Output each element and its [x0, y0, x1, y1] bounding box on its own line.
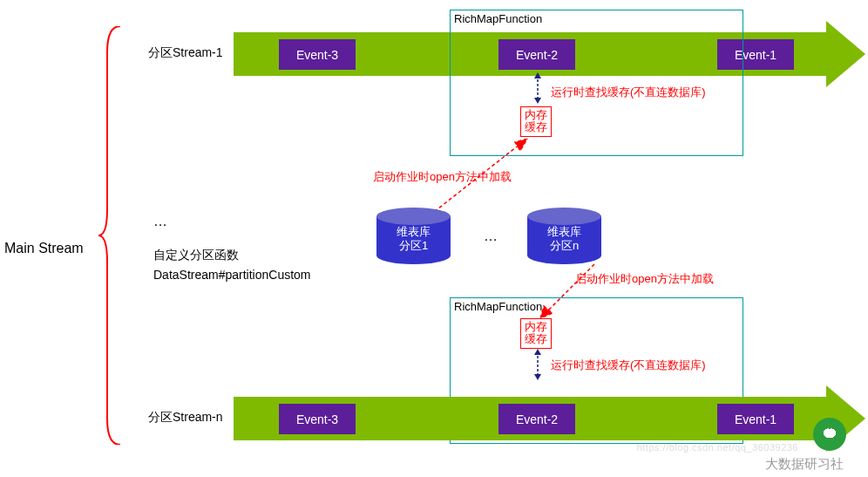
watermark-text: 大数据研习社	[765, 456, 844, 473]
cache-label: 内存 缓存	[525, 108, 547, 133]
dots: …	[153, 214, 167, 229]
db-partition-1: 维表库 分区1	[376, 208, 451, 269]
svg-marker-9	[534, 374, 541, 380]
runtime-note-bottom: 运行时查找缓存(不直连数据库)	[551, 358, 706, 373]
custom-partition-line1: 自定义分区函数	[153, 248, 239, 263]
db-label: 维表库 分区n	[527, 225, 601, 252]
load-arrow-bottom	[540, 259, 601, 320]
db-dots: …	[484, 228, 498, 244]
stream-n-label: 分区Stream-n	[148, 410, 223, 426]
svg-marker-8	[534, 349, 541, 355]
event-box: Event-2	[498, 404, 575, 434]
svg-marker-4	[515, 139, 527, 151]
richmap-box-top	[450, 10, 743, 156]
startup-note-top: 启动作业时open方法中加载	[373, 169, 512, 185]
main-stream-label: Main Stream	[4, 241, 84, 256]
watermark-url: https://blog.csdn.net/qq_36039236	[637, 442, 798, 453]
event-box: Event-3	[279, 39, 356, 70]
startup-note-bottom: 启动作业时open方法中加载	[575, 271, 714, 287]
event-box: Event-1	[717, 404, 794, 434]
svg-marker-2	[534, 98, 541, 104]
db-label: 维表库 分区1	[376, 225, 451, 252]
arrow-head-icon	[826, 21, 865, 87]
event-box: Event-3	[279, 404, 356, 434]
runtime-note-top: 运行时查找缓存(不直连数据库)	[551, 85, 706, 100]
diagram-canvas: Main Stream 分区Stream-1 Event-3 Event-2 E…	[0, 0, 868, 477]
wechat-icon	[813, 418, 846, 451]
bi-arrow-icon	[532, 72, 544, 104]
richmap-label: RichMapFunction	[454, 12, 542, 25]
cache-label: 内存 缓存	[525, 320, 547, 345]
bi-arrow-icon	[532, 349, 544, 380]
cache-box-top: 内存 缓存	[520, 106, 552, 137]
custom-partition-line2: DataStream#partitionCustom	[153, 268, 311, 282]
svg-marker-1	[534, 72, 541, 78]
richmap-label: RichMapFunction	[454, 300, 542, 313]
stream-1-label: 分区Stream-1	[148, 45, 223, 61]
brace-icon	[98, 26, 125, 445]
cache-box-bottom: 内存 缓存	[520, 318, 552, 349]
